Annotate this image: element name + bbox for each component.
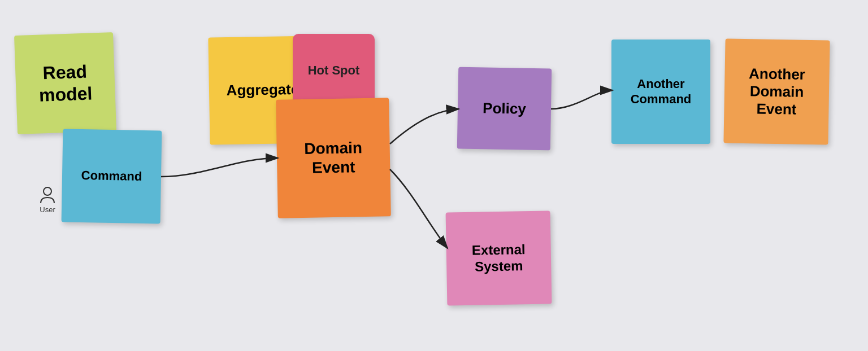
arrow-policy-to-another-command — [551, 90, 613, 109]
note-hot-spot[interactable]: Hot Spot — [293, 34, 375, 107]
note-read-model[interactable]: Read model — [14, 32, 116, 134]
note-domain-event[interactable]: Domain Event — [276, 98, 391, 218]
person-icon — [40, 186, 55, 204]
note-policy[interactable]: Policy — [457, 67, 552, 151]
note-another-domain-event[interactable]: Another Domain Event — [723, 38, 830, 144]
arrow-domain-to-external — [390, 169, 448, 248]
note-command[interactable]: Command — [62, 129, 162, 223]
note-another-command[interactable]: Another Command — [611, 40, 710, 144]
arrow-domain-to-policy — [390, 109, 459, 144]
diagram-canvas: Read model Command User Aggregate Hot Sp… — [0, 0, 868, 351]
arrow-command-to-domain-event — [161, 158, 278, 177]
svg-point-0 — [44, 187, 51, 195]
user-icon-area: User — [40, 186, 55, 214]
note-external-system[interactable]: External System — [446, 210, 552, 305]
